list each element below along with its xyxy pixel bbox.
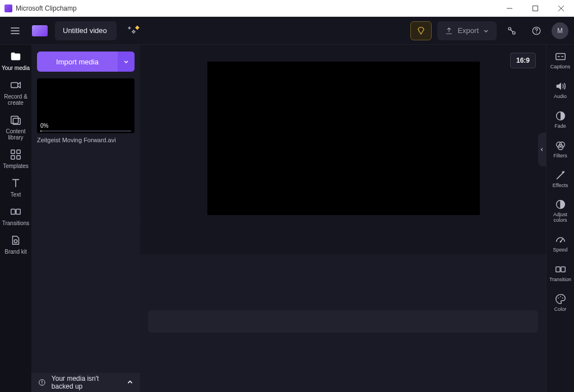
captions-icon <box>554 50 567 63</box>
svg-point-16 <box>41 384 42 384</box>
text-icon <box>10 177 22 189</box>
rr-adjust-colors[interactable]: Adjust colors <box>547 198 575 223</box>
left-rail: Your media Record & create Content libra… <box>0 45 31 392</box>
svg-rect-8 <box>11 150 15 153</box>
avatar[interactable]: M <box>552 22 568 39</box>
rail-brand-kit[interactable]: Brand kit <box>0 234 31 255</box>
brand-chip-icon[interactable] <box>30 21 49 40</box>
ai-sparkle-button[interactable]: ◆ <box>122 21 141 40</box>
svg-rect-12 <box>11 209 15 214</box>
video-preview[interactable] <box>207 62 480 215</box>
chevron-up-icon <box>127 379 133 386</box>
rr-label: Audio <box>554 94 567 100</box>
rail-transitions[interactable]: Transitions <box>0 206 31 226</box>
avatar-initial: M <box>557 27 563 35</box>
window-titlebar: Microsoft Clipchamp <box>0 0 574 17</box>
rail-record-create[interactable]: Record & create <box>0 79 31 106</box>
premium-diamond-button[interactable] <box>410 21 432 40</box>
media-backup-text: Your media isn't backed up <box>52 375 121 390</box>
rr-transition[interactable]: Transition <box>547 263 575 283</box>
svg-point-28 <box>562 297 563 298</box>
camera-icon <box>10 79 22 91</box>
svg-point-27 <box>560 296 561 297</box>
rr-label: Effects <box>553 183 568 189</box>
rail-templates[interactable]: Templates <box>0 148 31 169</box>
media-panel: Import media 0% Zeitgeist Moving Forward… <box>31 45 140 392</box>
timeline-track-placeholder[interactable] <box>148 310 538 333</box>
rr-label: Adjust colors <box>547 212 575 223</box>
rail-label: Text <box>11 192 21 198</box>
rr-audio[interactable]: Audio <box>547 80 575 100</box>
svg-rect-13 <box>16 209 20 214</box>
workspace: Your media Record & create Content libra… <box>0 45 574 392</box>
menu-button[interactable] <box>6 21 25 40</box>
media-progress-label: 0% <box>40 123 48 129</box>
rail-your-media[interactable]: Your media <box>0 50 31 71</box>
rail-label: Record & create <box>0 94 31 106</box>
rail-content-library[interactable]: Content library <box>0 114 31 141</box>
minimize-button[interactable] <box>497 0 522 17</box>
close-button[interactable] <box>548 0 574 17</box>
premium-badge-icon: ◆ <box>135 24 140 30</box>
right-rail: Captions Audio Fade Filters <box>546 45 574 392</box>
import-media-button[interactable]: Import media <box>37 52 135 72</box>
svg-rect-25 <box>561 267 564 272</box>
library-icon <box>10 114 22 126</box>
help-button[interactable] <box>527 21 546 40</box>
timeline-area[interactable] <box>140 254 546 392</box>
svg-rect-9 <box>17 150 20 153</box>
export-button[interactable]: Export <box>437 21 497 40</box>
rr-label: Transition <box>549 277 571 283</box>
rail-text[interactable]: Text <box>0 177 31 198</box>
rr-effects[interactable]: Effects <box>547 169 575 189</box>
media-progress-bar <box>40 130 131 132</box>
filters-icon <box>554 139 567 152</box>
audio-icon <box>554 80 567 92</box>
svg-rect-10 <box>11 156 15 159</box>
svg-rect-5 <box>11 82 18 87</box>
rr-fade[interactable]: Fade <box>547 110 575 129</box>
color-palette-icon <box>554 293 567 305</box>
svg-rect-6 <box>11 116 18 124</box>
rr-label: Filters <box>553 153 567 159</box>
folder-icon <box>10 50 22 63</box>
svg-rect-0 <box>533 6 538 11</box>
rr-label: Speed <box>553 248 567 253</box>
rr-speed[interactable]: Speed <box>547 234 575 253</box>
rail-label: Content library <box>0 128 31 141</box>
rail-label: Templates <box>3 163 29 169</box>
preview-area: 16:9 <box>140 45 546 254</box>
adjust-colors-icon <box>554 198 567 211</box>
aspect-ratio-button[interactable]: 16:9 <box>510 53 536 68</box>
svg-rect-24 <box>556 267 559 272</box>
rail-label: Brand kit <box>4 249 26 255</box>
import-media-dropdown[interactable] <box>118 52 135 72</box>
grid-icon <box>10 148 22 161</box>
rail-label: Your media <box>2 65 30 71</box>
import-media-label: Import media <box>56 58 99 66</box>
effects-icon <box>554 169 567 181</box>
svg-point-26 <box>558 297 559 298</box>
settings-flow-button[interactable] <box>502 21 521 40</box>
rr-captions[interactable]: Captions <box>547 50 575 70</box>
stage: 16:9 <box>140 45 546 392</box>
titlebar-left: Microsoft Clipchamp <box>0 4 77 12</box>
rr-color[interactable]: Color <box>547 293 575 312</box>
svg-point-4 <box>536 32 537 34</box>
media-caption: Zeitgeist Moving Forward.avi <box>37 137 135 143</box>
media-backup-banner[interactable]: Your media isn't backed up <box>31 373 140 392</box>
transitions-icon <box>10 206 22 218</box>
speed-icon <box>554 234 567 246</box>
collapse-right-rail-button[interactable] <box>538 133 546 166</box>
window-controls <box>497 0 574 17</box>
maximize-button[interactable] <box>522 0 548 17</box>
fade-icon <box>554 110 567 122</box>
rr-label: Color <box>554 307 567 312</box>
media-item[interactable]: 0% Zeitgeist Moving Forward.avi <box>31 78 140 143</box>
media-thumbnail[interactable]: 0% <box>37 78 135 133</box>
brand-kit-icon <box>10 234 22 246</box>
rr-filters[interactable]: Filters <box>547 139 575 159</box>
video-title-field[interactable]: Untitled video <box>55 21 117 40</box>
export-label: Export <box>457 26 479 35</box>
svg-point-23 <box>559 241 561 243</box>
